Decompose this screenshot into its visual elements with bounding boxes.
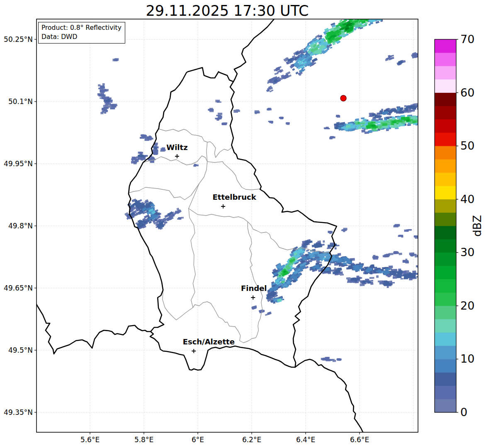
colorbar-tick-label: 20	[460, 299, 474, 312]
x-tick-label: 6.6°E	[350, 436, 369, 444]
colorbar-tick-label: 30	[460, 246, 474, 259]
plot-title: 29.11.2025 17:30 UTC	[36, 2, 418, 19]
graticule-gridlines	[36, 19, 418, 432]
city-label-esch-alzette: Esch/Alzette	[183, 337, 235, 346]
colorbar-tick-label: 40	[460, 193, 474, 206]
y-tick-label: 49.5°N	[8, 346, 33, 354]
weather-map-plot: WiltzEttelbruckFindelEsch/Alzette5.6°E5.…	[0, 0, 491, 448]
y-tick-label: 49.95°N	[4, 160, 33, 168]
city-label-ettelbruck: Ettelbruck	[213, 193, 257, 201]
colorbar-tick-label: 10	[460, 352, 474, 365]
x-tick-label: 6.4°E	[296, 436, 315, 444]
x-tick-label: 5.6°E	[80, 436, 100, 444]
city-marker-ettelbruck	[221, 204, 225, 208]
city-marker-esch-alzette	[192, 349, 196, 353]
colorbar-tick-label: 0	[460, 406, 467, 419]
colorbar-tick-label: 50	[460, 139, 474, 152]
country-borders	[36, 19, 363, 433]
x-tick-label: 6.2°E	[242, 436, 261, 444]
y-tick-label: 49.8°N	[8, 222, 33, 230]
product-info-box: Product: 0.8° Reflectivity Data: DWD	[38, 22, 125, 44]
city-label-findel: Findel	[241, 284, 267, 293]
city-marker-wiltz	[175, 154, 179, 158]
colorbar-tick-label: 70	[460, 33, 474, 46]
y-tick-label: 49.65°N	[4, 284, 33, 292]
map-axes: 5.6°E5.8°E6°E6.2°E6.4°E6.6°E50.25°N50.1°…	[4, 19, 418, 444]
x-tick-label: 5.8°E	[134, 436, 153, 444]
y-tick-label: 50.25°N	[4, 35, 33, 44]
colorbar-axis-label: dBZ	[471, 215, 484, 237]
city-label-wiltz: Wiltz	[166, 143, 187, 152]
data-source-label: Data: DWD	[41, 32, 122, 41]
product-label: Product: 0.8° Reflectivity	[41, 23, 122, 32]
y-tick-label: 49.35°N	[4, 408, 33, 417]
y-tick-label: 50.1°N	[8, 97, 33, 106]
radar-site-dot	[340, 95, 346, 101]
x-tick-label: 6°E	[192, 436, 204, 444]
colorbar-tick-label: 60	[460, 86, 474, 99]
radar-figure: WiltzEttelbruckFindelEsch/Alzette5.6°E5.…	[0, 0, 491, 448]
colorbar: 010203040506070dBZ	[435, 33, 484, 419]
